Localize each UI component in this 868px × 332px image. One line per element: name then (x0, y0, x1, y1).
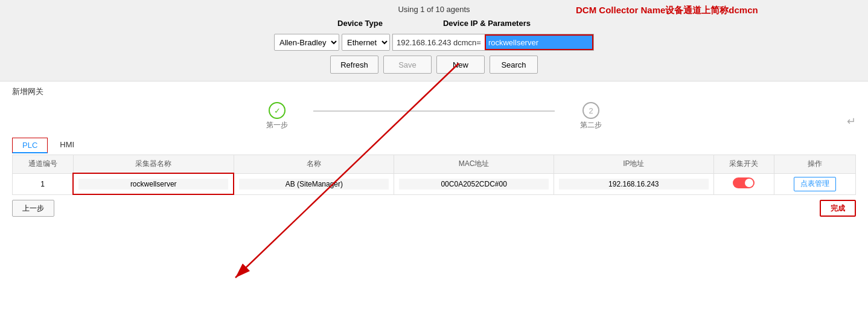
cell-name (234, 173, 394, 194)
steps-row: ✓ 第一步 2 第二步 (12, 102, 856, 130)
section-title: 新增网关 (12, 86, 856, 97)
cell-ip (554, 173, 713, 194)
device-type-select2[interactable]: Ethernet (342, 34, 390, 51)
new-button[interactable]: New (436, 56, 485, 74)
step2-circle: 2 (582, 102, 599, 119)
tabs-row: PLC HMI (12, 138, 856, 153)
col-header-action: 操作 (774, 155, 856, 174)
cell-action: 点表管理 (774, 173, 856, 194)
bottom-section: 新增网关 ✓ 第一步 2 第二步 PLC HMI 通道编号 采集器名称 名称 M… (0, 81, 868, 222)
collect-toggle[interactable] (733, 177, 755, 188)
col-header-collector: 采集器名称 (73, 155, 234, 174)
cell-toggle (713, 173, 774, 194)
device-type-header: Device Type (337, 19, 383, 28)
cell-channel: 1 (13, 173, 74, 194)
manage-button[interactable]: 点表管理 (794, 177, 836, 191)
return-arrow-icon: ↵ (847, 115, 856, 128)
refresh-button[interactable]: Refresh (330, 56, 378, 74)
step1-label: 第一步 (266, 120, 288, 130)
action-buttons-row: Refresh Save New Search (0, 56, 868, 74)
finish-button[interactable]: 完成 (820, 200, 856, 217)
cell-collector-name (73, 173, 234, 194)
col-header-name: 名称 (234, 155, 394, 174)
col-header-channel: 通道编号 (13, 155, 74, 174)
collector-name-input[interactable] (78, 179, 228, 190)
tab-plc[interactable]: PLC (12, 138, 48, 153)
cell-mac (394, 173, 554, 194)
bottom-buttons-row: 上一步 完成 (12, 200, 856, 217)
mac-input[interactable] (399, 179, 549, 190)
step-connector (313, 110, 555, 112)
name-input[interactable] (239, 179, 389, 190)
ip-input[interactable] (559, 179, 709, 190)
annotation-text: DCM Collector Name设备通道上简称dcmcn (566, 0, 868, 21)
device-table: 通道编号 采集器名称 名称 MAC地址 IP地址 采集开关 操作 1 (12, 155, 856, 195)
tab-hmi[interactable]: HMI (50, 138, 84, 153)
step2-item: 2 第二步 (555, 102, 627, 130)
col-header-switch: 采集开关 (713, 155, 774, 174)
step2-label: 第二步 (580, 120, 602, 130)
device-ip-wrapper: 192.168.16.243 dcmcn= (392, 34, 594, 51)
table-row: 1 点表管理 (13, 173, 856, 194)
device-ip-header: Device IP & Parameters (443, 19, 531, 28)
col-header-ip: IP地址 (554, 155, 713, 174)
col-header-mac: MAC地址 (394, 155, 554, 174)
step1-circle: ✓ (269, 102, 286, 119)
device-type-select1[interactable]: Allen-Bradley (274, 34, 339, 51)
save-button[interactable]: Save (383, 56, 432, 74)
ip-static-text: 192.168.16.243 dcmcn= (393, 38, 485, 47)
device-controls-row: Allen-Bradley Ethernet 192.168.16.243 dc… (0, 34, 868, 51)
step1-item: ✓ 第一步 (241, 102, 313, 130)
prev-button[interactable]: 上一步 (12, 200, 54, 217)
search-button[interactable]: Search (490, 56, 538, 74)
dcmcn-input[interactable] (485, 34, 593, 50)
